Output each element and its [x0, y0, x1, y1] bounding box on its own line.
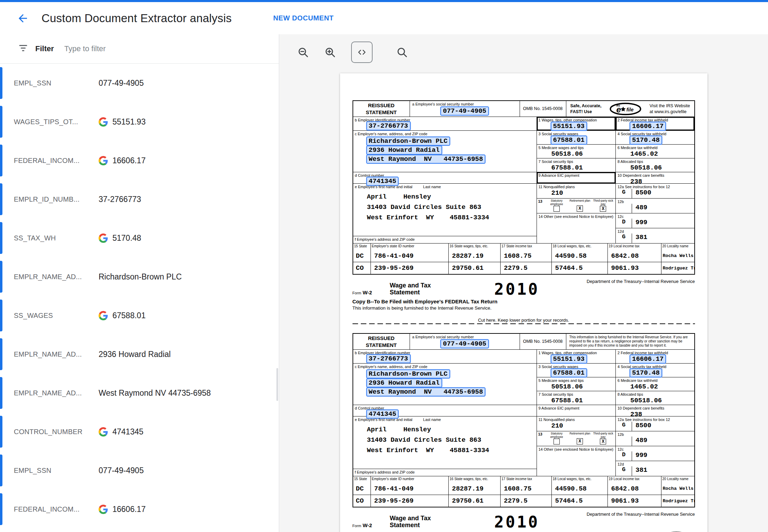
w2-box-12d: 12d G 381: [615, 461, 694, 476]
employer-address-entity-highlight[interactable]: West Raymond NV 44735-6958: [367, 155, 485, 163]
wages-entity-highlight[interactable]: 55151.93: [551, 122, 586, 130]
box-label: 12b: [616, 199, 694, 204]
retirement-plan-group: Retirement plan X: [568, 432, 592, 446]
title-line: Statement: [390, 522, 442, 529]
box-value: 67588.01: [537, 369, 616, 377]
field-row[interactable]: EMPLR_NAME_AD... 2936 Howard Radial: [0, 335, 279, 374]
box-label: 12d: [616, 461, 694, 466]
field-row[interactable]: WAGES_TIPS_OT... 55151.93: [0, 102, 279, 141]
employer-name-entity-highlight[interactable]: Richardson-Brown PLC: [367, 137, 449, 145]
box-value: 67588.01: [537, 164, 616, 172]
field-value: 077-49-4905: [99, 466, 144, 475]
field-row[interactable]: SS_WAGES 67588.01: [0, 296, 279, 335]
box-label: 8 Allocated tips: [616, 158, 694, 164]
federal-tax-entity-highlight[interactable]: 16606.17: [630, 355, 665, 363]
employer-address-entity-highlight[interactable]: 2936 Howard Radial: [367, 146, 441, 154]
box-value: 55151.93: [537, 122, 616, 130]
box-c-employer-name-address: c Employer's name, address, and ZIP code…: [353, 131, 537, 172]
field-value-wrap: 37-2766773: [99, 195, 141, 204]
ssn-entity-highlight[interactable]: 077-49-4905: [441, 107, 488, 115]
filter-input[interactable]: [64, 44, 268, 53]
box-c-employer-name-address: c Employer's name, address, and ZIP code…: [353, 364, 537, 405]
state-table-cell: 57464.5: [551, 495, 607, 507]
field-row[interactable]: FEDERAL_INCOM... 16606.17: [0, 490, 279, 529]
treasury-department-text: Department of the Treasury--Internal Rev…: [587, 509, 695, 517]
zoom-in-icon: [324, 46, 336, 58]
field-row[interactable]: EMPL_SSN 077-49-4905: [0, 64, 279, 102]
zoom-in-button[interactable]: [324, 46, 336, 58]
field-row[interactable]: CONTROL_NUMBER 4741345: [0, 412, 279, 451]
box-value: 16606.17: [616, 355, 694, 363]
box-label: 6 Medicare tax withheld: [616, 145, 694, 150]
state-table-cell: 786-41-049: [371, 250, 448, 262]
federal-tax-entity-highlight[interactable]: 16606.17: [630, 122, 665, 130]
reissued-statement: REISSUED STATEMENT: [353, 334, 410, 349]
scrollbar-thumb[interactable]: [276, 368, 278, 401]
box-12-code: D: [616, 219, 632, 225]
w2-box-10-dependent-care: 10 Dependent care benefits 238: [615, 172, 694, 184]
w2-box-3-ss-wages: 3 Social security wages 67588.01: [537, 131, 616, 145]
field-row[interactable]: EMPLR_ID_NUMB... 37-2766773: [0, 180, 279, 219]
box-label: 6 Medicare tax withheld: [616, 377, 694, 383]
employee-first-name: April: [367, 193, 387, 201]
box-12-amount: 489: [632, 204, 694, 213]
copy-line: Copy B--To Be Filed with Employee's FEDE…: [353, 299, 497, 304]
field-accent-bar: [0, 455, 2, 486]
state-table-cell: 9061.93: [607, 495, 661, 507]
tax-year: 2010: [494, 283, 540, 296]
field-value-wrap: Richardson-Brown PLC: [99, 272, 182, 282]
box-label: 14 Other (see enclosed Notice to Employe…: [537, 213, 616, 219]
box-a-ssn: a Employee's social security number 077-…: [410, 334, 520, 349]
box-label: b Employer identification number: [353, 350, 537, 355]
field-name: CONTROL_NUMBER: [14, 428, 95, 436]
box-label: 11 Nonqualified plans: [537, 416, 616, 422]
new-document-button[interactable]: NEW DOCUMENT: [273, 14, 334, 22]
state-table-cell: CO: [353, 262, 371, 274]
field-row[interactable]: EMPLR_NAME_AD... Richardson-Brown PLC: [0, 257, 279, 296]
field-row[interactable]: FEDERAL_INCOM... 16606.17: [0, 141, 279, 180]
field-row[interactable]: EMPL_SSN 077-49-4905: [0, 451, 279, 490]
ssn-entity-highlight[interactable]: 077-49-4905: [441, 340, 488, 348]
ein-entity-highlight[interactable]: 37-2766773: [367, 122, 410, 130]
wages-entity-highlight[interactable]: 55151.93: [551, 355, 586, 363]
state-table-cell: 2279.5: [500, 262, 551, 274]
box-value: West Raymond NV 44735-6958: [353, 388, 537, 396]
ss-wages-entity-highlight[interactable]: 67588.01: [551, 369, 586, 377]
field-accent-bar: [0, 183, 2, 215]
w2-box-3-ss-wages: 3 Social security wages 67588.01: [537, 364, 616, 377]
ein-entity-highlight[interactable]: 37-2766773: [367, 355, 410, 363]
field-accent-bar: [0, 67, 2, 99]
box-b-employer-id: b Employer identification number 37-2766…: [353, 117, 537, 131]
w2-box-12c: 12c D 999: [615, 213, 694, 228]
code-view-button[interactable]: [351, 42, 373, 63]
zoom-out-button[interactable]: [297, 46, 309, 58]
form-w2-label: FormW-2: [353, 290, 390, 296]
w2-footer: FormW-2 Wage and Tax Statement 2010 Depa…: [353, 276, 695, 311]
irs-line: at www.irs.gov/efile: [650, 109, 690, 114]
box-label: 12c: [616, 446, 694, 451]
w2-box-9-advance-eic: 9 Advance EIC payment: [537, 172, 616, 184]
ss-tax-entity-highlight[interactable]: 5170.48: [630, 136, 661, 144]
box-12-row: G 381: [616, 233, 694, 243]
last-name-label: Last name: [421, 184, 442, 189]
irs-line: Visit the IRS Website: [650, 103, 690, 109]
field-row[interactable]: SS_TAX_WH 5170.48: [0, 219, 279, 257]
search-button[interactable]: [396, 46, 408, 58]
field-value-wrap: 077-49-4905: [99, 466, 144, 475]
efile-e-text: e: [616, 105, 621, 114]
ss-wages-entity-highlight[interactable]: 67588.01: [551, 136, 586, 144]
box-value: 210: [537, 422, 616, 430]
field-row[interactable]: EMPLR_NAME_AD... West Raymond NV 44735-6…: [0, 374, 279, 412]
ss-tax-entity-highlight[interactable]: 5170.48: [630, 369, 661, 377]
back-button[interactable]: [14, 9, 32, 27]
checkbox-label: Statutory employee: [546, 199, 568, 206]
employer-address-entity-highlight[interactable]: West Raymond NV 44735-6958: [367, 388, 485, 396]
state-table-cell: 28287.19: [448, 483, 500, 495]
w2-box-6-medicare-tax: 6 Medicare tax withheld 1465.02: [615, 377, 694, 391]
employer-name-entity-highlight[interactable]: Richardson-Brown PLC: [367, 370, 449, 378]
reissued-line: REISSUED: [368, 102, 395, 109]
state-table-header: Employer's state ID number: [371, 476, 448, 483]
box-label: 3 Social security wages: [537, 131, 616, 136]
box-value: 077-49-4905: [410, 106, 520, 115]
employer-address-entity-highlight[interactable]: 2936 Howard Radial: [367, 379, 441, 387]
